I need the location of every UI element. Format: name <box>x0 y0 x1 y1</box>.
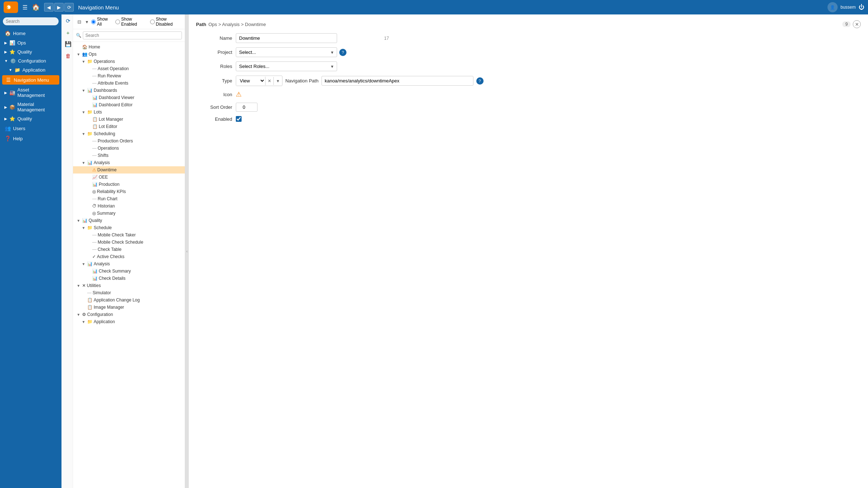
tree-item-mobile-check-taker[interactable]: — Mobile Check Taker <box>73 231 185 239</box>
project-help-button[interactable]: ? <box>339 49 346 56</box>
tree-item-downtime[interactable]: ⚠ Downtime <box>73 166 185 174</box>
show-enabled-radio[interactable] <box>115 20 120 24</box>
tree-item-quality-group[interactable]: ▼ 📊 Quality <box>73 217 185 224</box>
type-select-wrapper: View Folder ✕ ▼ <box>236 76 282 86</box>
sidebar-search-input[interactable] <box>3 17 59 25</box>
tree-item-check-summary[interactable]: 📊 Check Summary <box>73 267 185 275</box>
sidebar-item-users[interactable]: 👥 Users <box>0 123 61 133</box>
tree-item-schedule[interactable]: ▼ 📁 Schedule <box>73 224 185 231</box>
sort-order-input[interactable] <box>236 103 258 112</box>
tree-item-simulator[interactable]: — Simulator <box>73 289 185 296</box>
tree-search-input[interactable] <box>83 31 182 39</box>
shifts-icon: — <box>92 153 97 158</box>
nav-history-button[interactable]: ⟳ <box>64 3 74 12</box>
sidebar-item-material-management[interactable]: ▶ 📦 Material Management <box>0 100 61 114</box>
tree-item-production[interactable]: 📊 Production <box>73 181 185 188</box>
tree-toggle-scheduling: ▼ <box>81 132 86 136</box>
tree-item-application[interactable]: ▼ 📁 Application <box>73 318 185 325</box>
name-input-container <box>236 33 380 43</box>
tree-item-historian[interactable]: ⏱ Historian <box>73 202 185 210</box>
type-controls: View Folder ✕ ▼ Navigation Path ? <box>236 76 484 86</box>
nav-back-button[interactable]: ◀ <box>44 3 54 12</box>
tree-item-scheduling[interactable]: ▼ 📁 Scheduling <box>73 130 185 137</box>
tree-toggle-dashboards: ▼ <box>81 89 86 93</box>
tree-item-operations[interactable]: ▼ 📁 Operations <box>73 58 185 65</box>
tree-item-analysis-quality[interactable]: ▼ 📊 Analysis <box>73 260 185 267</box>
historian-icon: ⏱ <box>92 204 97 209</box>
quality-icon: ⭐ <box>9 49 15 55</box>
schedule-folder-icon: 📁 <box>87 225 93 230</box>
sidebar-item-help[interactable]: ❓ Help <box>0 133 61 144</box>
tree-item-mobile-check-schedule[interactable]: — Mobile Check Schedule <box>73 239 185 246</box>
tree-item-dashboards[interactable]: ▼ 📊 Dashboards <box>73 87 185 94</box>
tree-view-button[interactable]: ▾ <box>84 18 90 25</box>
sidebar-item-home[interactable]: 🏠 Home <box>0 28 61 38</box>
detail-path-row: Path Ops > Analysis > Downtime 9 ✕ <box>196 20 861 28</box>
nav-path-help-button[interactable]: ? <box>476 77 484 85</box>
sidebar-item-ops[interactable]: ▶ 📊 Ops <box>0 38 61 47</box>
tree-item-shifts[interactable]: — Shifts <box>73 152 185 159</box>
tree-item-lot-editor[interactable]: 📋 Lot Editor <box>73 123 185 130</box>
sidebar-item-application[interactable]: ▼ 📁 Application <box>0 65 61 74</box>
enabled-checkbox[interactable] <box>236 116 242 122</box>
run-chart-icon: — <box>92 196 97 201</box>
logout-button[interactable]: ⏻ <box>859 4 864 10</box>
tree-item-run-review[interactable]: — Run Review <box>73 72 185 80</box>
tree-item-attribute-events[interactable]: — Attribute Events <box>73 80 185 87</box>
add-button[interactable]: + <box>63 27 73 38</box>
tree-item-oee[interactable]: 📈 OEE <box>73 174 185 181</box>
tree-item-check-table[interactable]: — Check Table <box>73 246 185 253</box>
type-select[interactable]: View Folder <box>236 76 265 86</box>
sidebar-item-quality2[interactable]: ▶ ⭐ Quality <box>0 114 61 123</box>
run-review-icon: — <box>92 73 97 78</box>
type-clear-button[interactable]: ✕ <box>265 77 273 85</box>
tree-item-home[interactable]: 🏠 Home <box>73 43 185 51</box>
show-disabled-radio[interactable] <box>150 20 155 24</box>
delete-button[interactable]: 🗑 <box>63 51 73 61</box>
project-select[interactable]: Select... <box>236 47 337 57</box>
save-button[interactable]: 💾 <box>63 39 73 49</box>
tree-item-dashboard-editor[interactable]: 📊 Dashboard Editor <box>73 101 185 108</box>
tree-item-lot-manager[interactable]: 📋 Lot Manager <box>73 116 185 123</box>
tree-item-summary[interactable]: ◎ Summary <box>73 210 185 217</box>
tree-item-image-manager[interactable]: 📋 Image Manager <box>73 304 185 311</box>
tree-item-dashboard-viewer[interactable]: 📊 Dashboard Viewer <box>73 94 185 101</box>
tree-item-reliability-kpis[interactable]: ◎ Reliability KPIs <box>73 188 185 195</box>
tree-toggle-quality: ▼ <box>76 219 81 223</box>
tree-item-run-chart[interactable]: — Run Chart <box>73 195 185 202</box>
show-disabled-radio-label[interactable]: Show Disabled <box>150 17 182 27</box>
sidebar-item-configuration[interactable]: ▼ ⚙️ Configuration <box>0 56 61 65</box>
sidebar-item-asset-management[interactable]: ▶ 🏭 Asset Management <box>0 85 61 100</box>
type-dropdown-button[interactable]: ▼ <box>273 77 282 85</box>
tree-item-asset-operation[interactable]: — Asset Operation <box>73 65 185 72</box>
tree-item-operations2[interactable]: — Operations <box>73 145 185 152</box>
nav-forward-button[interactable]: ▶ <box>54 3 64 12</box>
tree-item-analysis-ops[interactable]: ▼ 📊 Analysis <box>73 159 185 166</box>
show-enabled-radio-label[interactable]: Show Enabled <box>115 17 146 27</box>
tree-item-active-checks[interactable]: ✓ Active Checks <box>73 253 185 260</box>
roles-select[interactable]: Select Roles... <box>236 61 337 71</box>
tree-item-app-change-log[interactable]: 📋 Application Change Log <box>73 296 185 304</box>
refresh-button[interactable]: ⟳ <box>63 16 73 26</box>
tree-item-production-orders[interactable]: — Production Orders <box>73 137 185 145</box>
tree-filter-button[interactable]: ⊟ <box>76 18 83 25</box>
tree-item-configuration[interactable]: ▼ ⚙ Configuration <box>73 311 185 318</box>
tree-item-utilities[interactable]: ▼ ✕ Utilities <box>73 282 185 289</box>
tree-item-check-details[interactable]: 📊 Check Details <box>73 275 185 282</box>
name-input[interactable] <box>236 33 337 43</box>
tree-item-lots[interactable]: ▼ 📁 Lots <box>73 108 185 116</box>
home-nav-button[interactable]: 🏠 <box>32 3 40 11</box>
left-sidebar: 🏠 Home ▶ 📊 Ops ▶ ⭐ Quality ▼ ⚙️ Configur… <box>0 14 61 488</box>
nav-path-input[interactable] <box>322 76 473 86</box>
collapse-handle[interactable]: ‹ <box>185 14 189 488</box>
show-all-radio-label[interactable]: Show All <box>91 17 112 27</box>
sidebar-item-quality[interactable]: ▶ ⭐ Quality <box>0 47 61 56</box>
detail-close-button[interactable]: ✕ <box>853 20 861 28</box>
sidebar-item-navigation-menu[interactable]: ☰ Navigation Menu <box>2 75 59 85</box>
ops-icon: 📊 <box>9 40 15 46</box>
enabled-row: Enabled <box>196 116 861 122</box>
tree-item-ops[interactable]: ▼ 👥 Ops <box>73 51 185 58</box>
hamburger-menu-button[interactable]: ☰ <box>22 4 27 11</box>
asset-icon: 🏭 <box>9 90 15 95</box>
show-all-radio[interactable] <box>91 20 96 24</box>
